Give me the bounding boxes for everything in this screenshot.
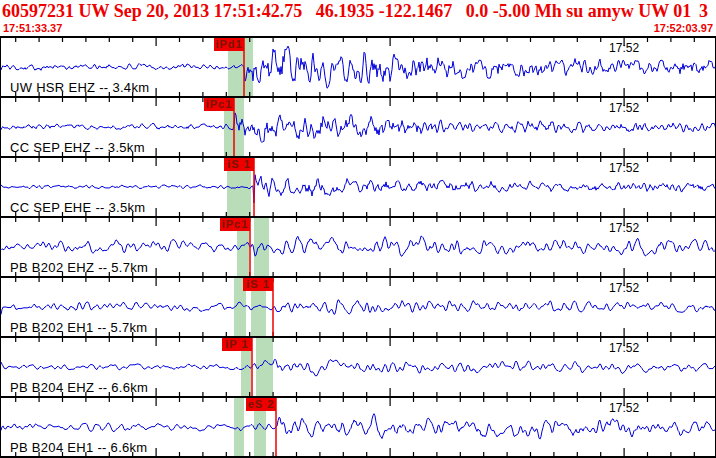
trace-row[interactable]: 17:52 iPc1 CC SEP EHZ -- 3.5km [0, 96, 716, 156]
trace-label: CC SEP EHZ -- 3.5km [10, 140, 145, 155]
waveform-trace[interactable] [1, 236, 716, 256]
minute-label: 17:52 [601, 41, 647, 55]
pick-flag[interactable]: iS 1 [243, 278, 273, 291]
pick-flag[interactable]: iPd1 [214, 38, 244, 51]
trace-label: PB B204 EHZ -- 6.6km [10, 380, 148, 395]
pick-uncertainty-band [234, 398, 244, 456]
window-end-time: 17:52:03.97 [654, 22, 713, 36]
minute-label: 17:52 [601, 281, 647, 295]
event-title-bar: 60597231 UW Sep 20, 2013 17:51:42.75 46.… [0, 0, 716, 22]
waveform-trace[interactable] [1, 175, 716, 203]
trace-label: PB B202 EH1 -- 5.7km [10, 320, 148, 335]
seismogram-viewer: 60597231 UW Sep 20, 2013 17:51:42.75 46.… [0, 0, 716, 458]
trace-row[interactable]: 17:52 iPd1 UW HSR EHZ -- 3.4km [0, 36, 716, 96]
time-window-row: 17:51:33.37 17:52:03.97 [0, 22, 716, 36]
waveform-trace[interactable] [1, 414, 716, 439]
pick-flag[interactable]: iPc1 [204, 98, 234, 111]
event-flag-count: 3 [699, 1, 708, 22]
trace-row[interactable]: 17:52 eS 2 PB B204 EH1 -- 6.6km [0, 396, 716, 456]
pick-flag[interactable]: eS 2 [246, 398, 276, 411]
pick-flag[interactable]: iS 1 [224, 158, 254, 171]
trace-label: PB B202 EHZ -- 5.7km [10, 260, 148, 275]
waveform-trace[interactable] [1, 359, 716, 376]
pick-flag[interactable]: iP 1 [222, 338, 252, 351]
trace-row[interactable]: 17:52 iS 1 PB B202 EH1 -- 5.7km [0, 276, 716, 336]
minute-label: 17:52 [601, 161, 647, 175]
minute-label: 17:52 [601, 341, 647, 355]
minute-label: 17:52 [601, 221, 647, 235]
trace-row[interactable]: 17:52 iS 1 CC SEP EHE -- 3.5km [0, 156, 716, 216]
waveform-trace[interactable] [1, 300, 716, 315]
window-start-time: 17:51:33.37 [3, 22, 62, 36]
event-summary-text: 60597231 UW Sep 20, 2013 17:51:42.75 46.… [2, 1, 691, 22]
pick-flag[interactable]: iPc1 [220, 218, 250, 231]
minute-label: 17:52 [601, 401, 647, 415]
minute-label: 17:52 [601, 101, 647, 115]
trace-row[interactable]: 17:52 iP 1 PB B204 EHZ -- 6.6km [0, 336, 716, 396]
trace-label: PB B204 EH1 -- 6.6km [10, 440, 148, 455]
waveform-trace[interactable] [1, 113, 716, 143]
trace-row[interactable]: 17:52 iPc1 PB B202 EHZ -- 5.7km [0, 216, 716, 276]
trace-label: UW HSR EHZ -- 3.4km [10, 80, 149, 95]
trace-label: CC SEP EHE -- 3.5km [10, 200, 146, 215]
trace-list: 17:52 iPd1 UW HSR EHZ -- 3.4km 17:52 iPc… [0, 36, 716, 458]
